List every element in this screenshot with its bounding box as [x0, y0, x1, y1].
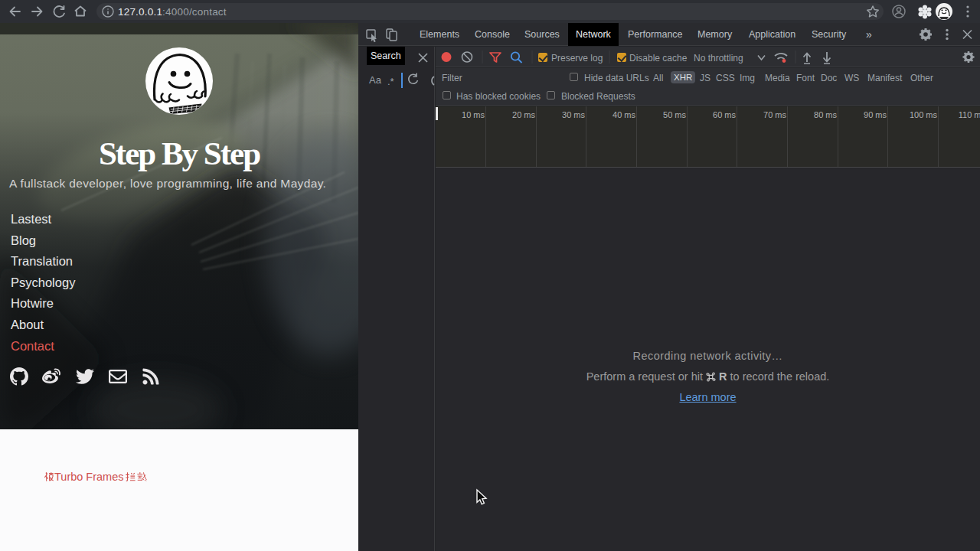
svg-text:Aa: Aa — [369, 74, 382, 86]
svg-text:.*: .* — [387, 76, 394, 87]
